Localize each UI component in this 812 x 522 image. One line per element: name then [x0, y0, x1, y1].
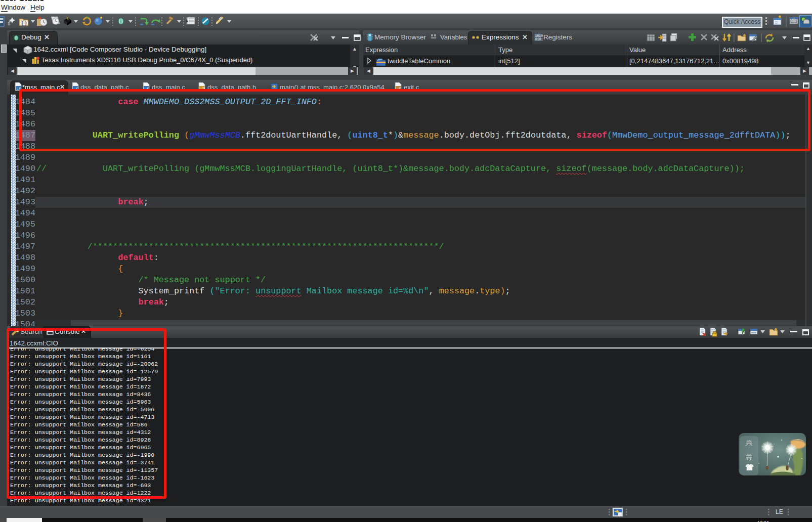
svg-text:{}: {}	[21, 20, 27, 26]
svg-text:0101: 0101	[535, 38, 543, 41]
